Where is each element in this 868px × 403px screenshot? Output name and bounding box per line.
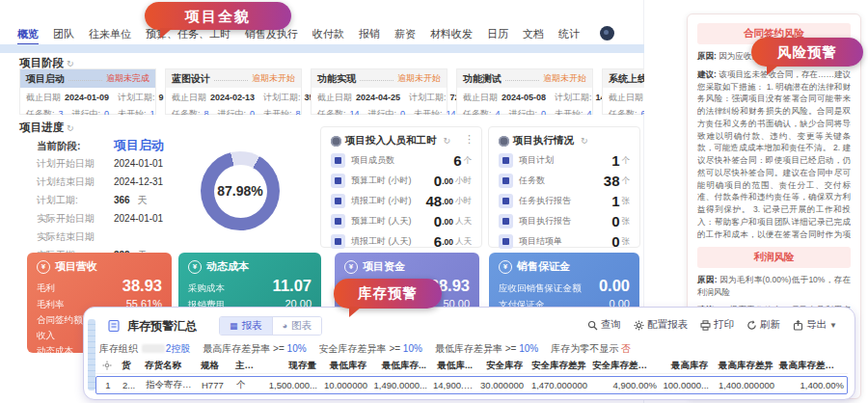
stage-card-testing[interactable]: 功能测试 逾期未开始 截止日期 2024-05-08 计划工期: 14 天 任务…: [456, 68, 593, 115]
filter-value[interactable]: 10%: [403, 343, 422, 354]
column-header[interactable]: 最低库...: [429, 360, 475, 372]
doing-label: 进行中:: [72, 108, 101, 115]
column-header[interactable]: 最低库存: [319, 360, 369, 372]
stage-card-golive[interactable]: 系统上线 截止日期 202 任务数: 6 进行中:: [602, 68, 644, 115]
column-header[interactable]: 安全库存差异率: [589, 360, 659, 372]
configure-report-button[interactable]: 配置报表: [634, 318, 688, 332]
tab-payments[interactable]: 收付款: [312, 27, 344, 45]
stage-card-blueprint[interactable]: 蓝图设计 逾期未开始 截止日期 2024-02-13 计划工期: 35 天 任务…: [165, 68, 302, 115]
tab-chart-view[interactable]: ◕ 图表: [273, 317, 321, 335]
plan-label: 计划工期:: [263, 92, 301, 104]
stage-status: 逾期未开始: [252, 72, 295, 85]
stage-card-implementation[interactable]: 功能实现 逾期未开始 截止日期 2024-04-25 计划工期: 72 天 任务…: [311, 68, 448, 115]
tab-calendar[interactable]: 日历: [487, 27, 508, 45]
filter-value[interactable]: 否: [621, 343, 631, 354]
doing-value[interactable]: 0: [400, 109, 405, 115]
tasks-label: 任务数:: [609, 108, 637, 115]
chevron-down-icon: ▼: [829, 321, 837, 330]
column-header[interactable]: 货: [119, 360, 142, 372]
doing-value[interactable]: 0: [250, 109, 255, 115]
todo-label: 未开始:: [263, 108, 292, 115]
row-label: 计划结束日期: [37, 175, 114, 189]
metric-unit: 个: [464, 155, 473, 167]
metric-value: 6: [453, 152, 461, 169]
stage-name: 功能实现: [317, 72, 356, 86]
filter-value[interactable]: 2控股: [166, 343, 191, 354]
table-row[interactable]: 1 2... 指令寄存器... H777 个 1,500.000... 10.0…: [95, 376, 848, 394]
tab-team[interactable]: 团队: [53, 27, 74, 45]
list-item: 任务执行报告 1张: [499, 194, 630, 208]
table-cell: 14,900.0...: [430, 380, 476, 390]
tab-report-view[interactable]: ▦ 报表: [220, 317, 273, 335]
progress-donut-chart: 87.98%: [201, 151, 280, 230]
risk-reason: 原因: 因为毛利率(0.00%)低于10%，存在利润风险: [697, 274, 851, 299]
card-title: 项目资金: [363, 259, 405, 274]
due-label: 截止日期: [26, 92, 61, 104]
column-header[interactable]: 现存量: [263, 360, 319, 372]
tab-materials[interactable]: 材料收发: [430, 27, 473, 45]
tasks-value[interactable]: 8: [204, 109, 209, 115]
doing-value[interactable]: 0: [104, 109, 109, 115]
column-header[interactable]: 安全库存: [475, 360, 526, 372]
filter-org: 库存组织 2控股: [99, 342, 190, 356]
panel-title-text: 项目执行情况: [513, 134, 574, 148]
pie-chart-icon: ◕: [283, 321, 287, 331]
card-title: 项目营收: [55, 259, 97, 274]
due-label: 截止日期: [463, 92, 498, 104]
row-value: 366: [114, 195, 130, 205]
avatar[interactable]: [600, 26, 614, 40]
refresh-button[interactable]: 刷新: [746, 318, 780, 332]
column-header[interactable]: 存货名称: [142, 360, 198, 372]
button-label: 配置报表: [647, 318, 688, 332]
kebab-menu-icon[interactable]: ⋮: [464, 133, 475, 146]
doing-label: 进行中:: [368, 108, 397, 115]
print-button[interactable]: 打印: [700, 318, 734, 332]
stage-card-startup[interactable]: 项目启动 逾期未完成 截止日期 2024-01-09 计划工期: 9 天 任务数…: [19, 68, 156, 115]
tab-overview[interactable]: 概览: [17, 27, 39, 45]
filter-hide-zero: 库存为零不显示 否: [551, 342, 631, 356]
tasks-value[interactable]: 4: [496, 109, 501, 115]
panel-left-accent: [88, 319, 95, 390]
refresh-icon[interactable]: ↻: [444, 136, 451, 146]
tasks-value[interactable]: 6: [641, 109, 644, 115]
list-item: 任务数 38个: [499, 174, 630, 188]
todo-label: 未开始:: [118, 108, 147, 115]
row-label: 应收回销售保证金额: [499, 282, 582, 295]
column-header[interactable]: 主单位: [232, 360, 263, 372]
row-label: 收入: [37, 330, 55, 342]
refresh-icon[interactable]: ↻: [581, 136, 588, 146]
tasks-value[interactable]: 3: [59, 109, 64, 115]
refresh-icon[interactable]: ↻: [67, 123, 74, 133]
stage-name: 系统上线: [609, 72, 644, 86]
todo-value[interactable]: 1: [150, 109, 155, 115]
search-button[interactable]: 查询: [587, 318, 621, 332]
metric-unit: 小时: [455, 196, 472, 207]
filter-value[interactable]: 10%: [287, 343, 307, 354]
report-doc-icon: [107, 319, 121, 333]
gear-icon[interactable]: [95, 361, 119, 371]
filter-value[interactable]: 10%: [519, 343, 538, 354]
panel-title-text: 项目投入人员和工时: [345, 134, 437, 148]
todo-value[interactable]: 8: [296, 109, 301, 115]
tab-expense[interactable]: 报销: [359, 27, 380, 45]
column-header[interactable]: 最高库存差异: [711, 360, 776, 372]
todo-value[interactable]: 14: [447, 109, 456, 115]
refresh-icon[interactable]: ↻: [67, 59, 74, 68]
tab-contacts[interactable]: 往来单位: [89, 27, 131, 45]
doing-value[interactable]: 0: [541, 109, 546, 115]
metric-unit: 张: [622, 196, 631, 207]
column-header[interactable]: 最高库存: [659, 360, 711, 372]
table-cell: H777: [199, 380, 233, 390]
column-header[interactable]: 最低库存...: [369, 360, 429, 372]
tasks-value[interactable]: 14: [350, 109, 360, 115]
tab-documents[interactable]: 文档: [523, 27, 544, 45]
todo-value[interactable]: 4: [587, 109, 592, 115]
current-stage-value[interactable]: 项目启动: [114, 137, 164, 154]
tab-statistics[interactable]: 统计: [558, 27, 580, 45]
tab-payroll[interactable]: 薪资: [394, 27, 416, 45]
column-header[interactable]: 规格: [198, 360, 232, 372]
column-header[interactable]: 最高库存差异率: [776, 360, 846, 372]
export-button[interactable]: 导出 ▼: [793, 318, 837, 332]
column-header[interactable]: 安全库存差异: [526, 360, 589, 372]
dotted-leader: [68, 73, 102, 81]
